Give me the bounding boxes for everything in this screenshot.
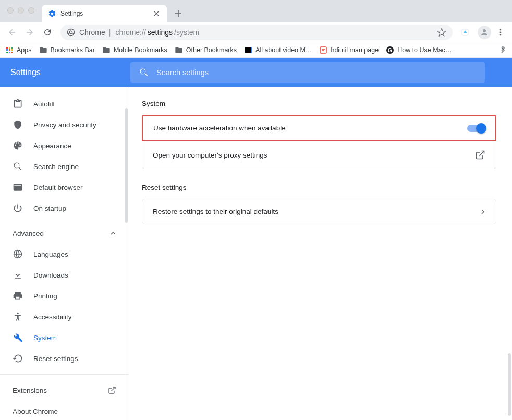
wrench-icon	[13, 332, 23, 343]
page-icon	[244, 46, 252, 54]
extensions-label: Extensions	[13, 387, 47, 394]
gear-icon	[48, 9, 56, 18]
address-bar[interactable]: Chrome | chrome://settings/system	[60, 25, 453, 40]
row-label: Open your computer's proxy settings	[153, 151, 267, 159]
folder-icon	[175, 46, 183, 54]
sidebar-item-reset-settings[interactable]: Reset settings	[0, 348, 129, 369]
sidebar-item-privacy[interactable]: Privacy and security	[0, 114, 129, 135]
browser-tab-settings[interactable]: Settings	[42, 5, 167, 22]
profile-avatar-button[interactable]	[478, 26, 491, 39]
advanced-label: Advanced	[13, 230, 44, 237]
search-settings-box[interactable]	[130, 62, 485, 83]
sidebar-label: Search engine	[33, 163, 79, 171]
row-hardware-acceleration[interactable]: Use hardware acceleration when available	[142, 115, 496, 141]
content-scrollbar-thumb[interactable]	[508, 353, 511, 416]
zoom-window-button[interactable]	[28, 7, 34, 14]
sidebar-item-autofill[interactable]: Autofill	[0, 93, 129, 114]
bookmarks-overflow-button[interactable]	[498, 46, 507, 54]
browser-toolbar: Chrome | chrome://settings/system	[0, 22, 512, 42]
bookmark-label: Bookmarks Bar	[51, 46, 95, 54]
divider	[0, 374, 129, 375]
system-card: Use hardware acceleration when available…	[142, 115, 496, 169]
close-tab-button[interactable]	[152, 9, 161, 18]
sidebar-label: Privacy and security	[33, 121, 96, 129]
settings-sidebar: Autofill Privacy and security Appearance…	[0, 87, 129, 420]
window-controls	[7, 7, 34, 14]
sidebar-label: Accessibility	[33, 313, 72, 321]
sidebar-label: Default browser	[33, 184, 83, 191]
restore-icon	[13, 353, 23, 364]
search-settings-input[interactable]	[156, 68, 477, 77]
svg-point-4	[500, 29, 502, 30]
bookmark-folder[interactable]: Bookmarks Bar	[39, 46, 95, 54]
page-icon: G	[386, 46, 394, 54]
sidebar-item-appearance[interactable]: Appearance	[0, 135, 129, 156]
bookmarks-bar: Apps Bookmarks Bar Mobile Bookmarks Othe…	[0, 42, 512, 58]
bookmark-label: How to Use Mac…	[397, 46, 452, 54]
page-title: Settings	[10, 68, 130, 77]
row-label: Restore settings to their original defau…	[153, 208, 278, 215]
sidebar-item-accessibility[interactable]: Accessibility	[0, 306, 129, 327]
apps-label: Apps	[17, 46, 32, 54]
globe-icon	[13, 249, 23, 259]
row-proxy-settings[interactable]: Open your computer's proxy settings	[142, 141, 496, 169]
sidebar-label: System	[33, 334, 57, 342]
close-window-button[interactable]	[7, 7, 14, 14]
sidebar-item-downloads[interactable]: Downloads	[0, 265, 129, 285]
bookmark-folder[interactable]: Other Bookmarks	[175, 46, 237, 54]
bookmark-link[interactable]: G How to Use Mac…	[386, 46, 452, 54]
external-link-icon	[475, 150, 485, 160]
bookmark-folder[interactable]: Mobile Bookmarks	[102, 46, 167, 54]
svg-point-1	[69, 31, 72, 33]
sidebar-item-search-engine[interactable]: Search engine	[0, 156, 129, 177]
reload-button[interactable]	[40, 25, 55, 40]
sidebar-item-default-browser[interactable]: Default browser	[0, 177, 129, 198]
bookmark-label: Mobile Bookmarks	[114, 46, 167, 54]
printer-icon	[13, 291, 23, 301]
palette-icon	[13, 140, 23, 151]
bookmark-label: All about video M…	[255, 46, 312, 54]
new-tab-button[interactable]	[171, 6, 186, 21]
sidebar-label: Autofill	[33, 100, 55, 108]
chevron-right-icon	[480, 209, 485, 214]
bookmark-label: Other Bookmarks	[186, 46, 237, 54]
sidebar-scrollbar-thumb[interactable]	[125, 108, 128, 223]
chrome-icon	[67, 28, 75, 37]
bookmark-star-button[interactable]	[437, 28, 446, 37]
back-button[interactable]	[4, 25, 20, 40]
search-icon	[139, 67, 149, 78]
download-icon	[13, 270, 23, 280]
sidebar-label: Reset settings	[33, 355, 78, 363]
sidebar-advanced-toggle[interactable]: Advanced	[0, 223, 129, 244]
sidebar-item-on-startup[interactable]: On startup	[0, 198, 129, 219]
minimize-window-button[interactable]	[18, 7, 24, 14]
accessibility-icon	[13, 311, 23, 322]
external-link-icon	[108, 386, 116, 394]
svg-point-6	[500, 34, 502, 35]
row-restore-defaults[interactable]: Restore settings to their original defau…	[142, 199, 496, 224]
toggle-hardware-acceleration[interactable]	[467, 125, 485, 132]
sidebar-item-languages[interactable]: Languages	[0, 244, 129, 265]
svg-rect-9	[320, 47, 326, 53]
window-tab-strip: Settings	[0, 0, 512, 22]
settings-content: System Use hardware acceleration when av…	[129, 87, 512, 420]
search-icon	[13, 161, 23, 172]
apps-icon	[5, 46, 14, 54]
tab-title: Settings	[60, 10, 148, 17]
sidebar-item-extensions[interactable]: Extensions	[0, 380, 129, 401]
browser-icon	[13, 182, 23, 193]
settings-header: Settings	[0, 58, 512, 87]
bookmark-link[interactable]: hdiutil man page	[319, 46, 379, 54]
chevron-up-icon	[110, 230, 116, 236]
sidebar-item-about[interactable]: About Chrome	[0, 401, 129, 420]
extension-icon[interactable]	[458, 25, 472, 40]
apps-shortcut[interactable]: Apps	[5, 46, 32, 54]
section-title-system: System	[142, 100, 496, 107]
sidebar-label: Languages	[33, 250, 68, 258]
sidebar-item-printing[interactable]: Printing	[0, 285, 129, 306]
svg-text:G: G	[388, 47, 392, 53]
bookmark-link[interactable]: All about video M…	[244, 46, 312, 54]
browser-menu-button[interactable]	[493, 25, 508, 40]
sidebar-item-system[interactable]: System	[0, 327, 129, 348]
forward-button[interactable]	[22, 25, 38, 40]
